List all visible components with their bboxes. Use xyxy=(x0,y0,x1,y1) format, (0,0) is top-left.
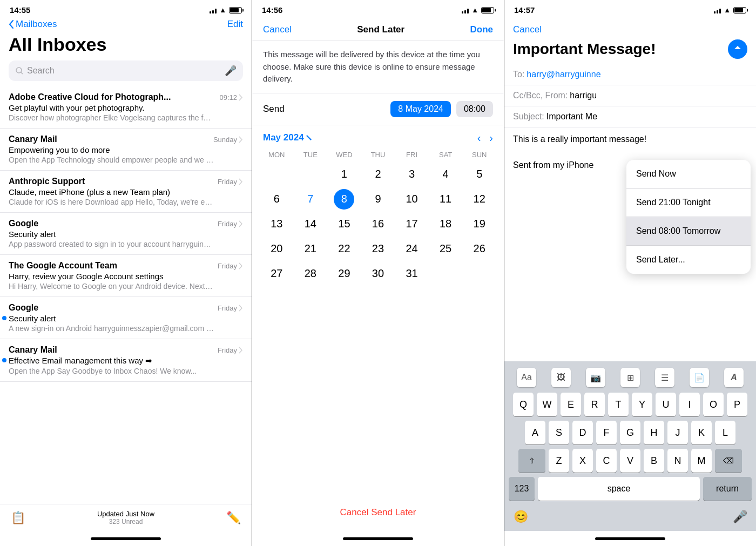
kb-key-s[interactable]: S xyxy=(549,421,569,444)
kb-key-g[interactable]: G xyxy=(620,421,640,444)
kb-key-x[interactable]: X xyxy=(572,449,593,473)
kb-tool-camera[interactable]: 📷 xyxy=(586,368,605,387)
send-tomorrow-option[interactable]: Send 08:00 Tomorrow xyxy=(626,217,751,246)
edit-button[interactable]: Edit xyxy=(227,19,243,30)
kb-key-i[interactable]: I xyxy=(679,393,700,416)
cal-day-13[interactable]: 13 xyxy=(266,214,287,234)
search-bar[interactable]: Search 🎤 xyxy=(9,60,243,81)
kb-tool-aa[interactable]: Aa xyxy=(517,368,536,387)
cal-day-25[interactable]: 25 xyxy=(435,239,456,259)
kb-key-t[interactable]: T xyxy=(608,393,629,416)
cal-day-12[interactable]: 12 xyxy=(469,189,490,210)
cal-day-9[interactable]: 9 xyxy=(368,189,388,210)
cal-day-5[interactable]: 5 xyxy=(469,164,490,185)
cal-day-19[interactable]: 19 xyxy=(469,214,490,234)
kb-key-j[interactable]: J xyxy=(667,421,688,444)
send-now-option[interactable]: Send Now xyxy=(626,160,751,188)
kb-key-o[interactable]: O xyxy=(703,393,724,416)
kb-tool-scan[interactable]: ⊞ xyxy=(620,368,640,387)
kb-key-backspace[interactable]: ⌫ xyxy=(715,449,742,473)
date-picker[interactable]: 8 May 2024 xyxy=(390,101,451,117)
kb-tool-doc[interactable]: 📄 xyxy=(690,368,709,387)
cal-day-10[interactable]: 10 xyxy=(402,189,422,210)
kb-key-d[interactable]: D xyxy=(572,421,593,444)
compose-body[interactable]: This is a really important message! Sent… xyxy=(504,127,756,361)
email-item-5[interactable]: Google Friday Security alert A new sign-… xyxy=(0,297,252,339)
cal-day-23[interactable]: 23 xyxy=(368,239,388,259)
kb-key-h[interactable]: H xyxy=(644,421,664,444)
email-item-4[interactable]: The Google Account Team Friday Harry, re… xyxy=(0,255,252,297)
kb-key-c[interactable]: C xyxy=(596,449,617,473)
kb-key-b[interactable]: B xyxy=(644,449,664,473)
cal-day-8[interactable]: 8 xyxy=(334,189,354,210)
kb-key-e[interactable]: E xyxy=(561,393,581,416)
cancel-button-3[interactable]: Cancel xyxy=(513,24,542,35)
cal-day-24[interactable]: 24 xyxy=(402,239,422,259)
kb-key-u[interactable]: U xyxy=(656,393,676,416)
kb-key-y[interactable]: Y xyxy=(632,393,652,416)
kb-key-w[interactable]: W xyxy=(537,393,557,416)
next-month-button[interactable]: › xyxy=(489,132,493,144)
kb-key-q[interactable]: Q xyxy=(513,393,534,416)
time-picker[interactable]: 08:00 xyxy=(456,101,493,117)
new-compose-icon[interactable]: ✏️ xyxy=(226,511,241,525)
cal-day-7[interactable]: 7 xyxy=(300,189,321,210)
cal-day-29[interactable]: 29 xyxy=(334,264,354,284)
to-field[interactable]: To: harry@harryguinne xyxy=(504,64,756,85)
kb-key-l[interactable]: L xyxy=(715,421,735,444)
kb-mic-button[interactable]: 🎤 xyxy=(730,507,750,527)
send-now-button[interactable] xyxy=(728,39,747,59)
kb-tool-format[interactable]: A xyxy=(724,368,744,387)
cancel-send-later-button[interactable]: Cancel Send Later xyxy=(263,502,493,523)
cal-day-31[interactable]: 31 xyxy=(402,264,422,284)
kb-key-shift[interactable]: ⇧ xyxy=(518,449,545,473)
mic-icon[interactable]: 🎤 xyxy=(225,65,237,77)
cal-day-16[interactable]: 16 xyxy=(368,214,388,234)
back-button[interactable]: Mailboxes xyxy=(9,19,57,30)
done-button[interactable]: Done xyxy=(470,24,494,35)
cal-day-17[interactable]: 17 xyxy=(402,214,422,234)
kb-key-z[interactable]: Z xyxy=(549,449,569,473)
send-tonight-option[interactable]: Send 21:00 Tonight xyxy=(626,188,751,217)
kb-key-p[interactable]: P xyxy=(727,393,747,416)
kb-tool-photo[interactable]: 🖼 xyxy=(551,368,571,387)
cancel-button-2[interactable]: Cancel xyxy=(263,24,292,35)
cal-day-26[interactable]: 26 xyxy=(469,239,490,259)
cal-day-6[interactable]: 6 xyxy=(266,189,287,210)
cal-day-28[interactable]: 28 xyxy=(300,264,321,284)
email-item-1[interactable]: Canary Mail Sunday Empowering you to do … xyxy=(0,129,252,171)
cal-day-1[interactable]: 1 xyxy=(334,164,354,185)
email-item-0[interactable]: Adobe Creative Cloud for Photograph... 0… xyxy=(0,86,252,129)
cal-day-27[interactable]: 27 xyxy=(266,264,287,284)
kb-key-r[interactable]: R xyxy=(584,393,605,416)
cal-day-18[interactable]: 18 xyxy=(435,214,456,234)
kb-key-m[interactable]: M xyxy=(691,449,712,473)
kb-key-123[interactable]: 123 xyxy=(509,477,535,501)
kb-key-return[interactable]: return xyxy=(703,477,752,501)
cal-day-22[interactable]: 22 xyxy=(334,239,354,259)
cal-day-2[interactable]: 2 xyxy=(368,164,388,185)
kb-key-v[interactable]: V xyxy=(620,449,640,473)
cal-day-15[interactable]: 15 xyxy=(334,214,354,234)
kb-tool-list[interactable]: ☰ xyxy=(655,368,674,387)
kb-key-k[interactable]: K xyxy=(691,421,712,444)
cal-day-14[interactable]: 14 xyxy=(300,214,321,234)
kb-key-f[interactable]: F xyxy=(596,421,617,444)
email-item-2[interactable]: Anthropic Support Friday Claude, meet iP… xyxy=(0,171,252,213)
cal-day-20[interactable]: 20 xyxy=(266,239,287,259)
send-later-option[interactable]: Send Later... xyxy=(626,246,751,274)
email-item-3[interactable]: Google Friday Security alert App passwor… xyxy=(0,213,252,255)
cal-day-30[interactable]: 30 xyxy=(368,264,388,284)
cal-day-21[interactable]: 21 xyxy=(300,239,321,259)
subject-field[interactable]: Subject: Important Me xyxy=(504,106,756,127)
prev-month-button[interactable]: ‹ xyxy=(477,132,481,144)
cal-day-11[interactable]: 11 xyxy=(435,189,456,210)
cal-day-4[interactable]: 4 xyxy=(435,164,456,185)
cal-day-3[interactable]: 3 xyxy=(402,164,422,185)
kb-key-space[interactable]: space xyxy=(538,477,700,501)
kb-key-a[interactable]: A xyxy=(525,421,545,444)
email-item-6[interactable]: Canary Mail Friday Effective Email manag… xyxy=(0,339,252,382)
compose-icon[interactable]: 📋 xyxy=(11,511,25,525)
kb-emoji-button[interactable]: 😊 xyxy=(511,507,530,527)
kb-key-n[interactable]: N xyxy=(667,449,688,473)
